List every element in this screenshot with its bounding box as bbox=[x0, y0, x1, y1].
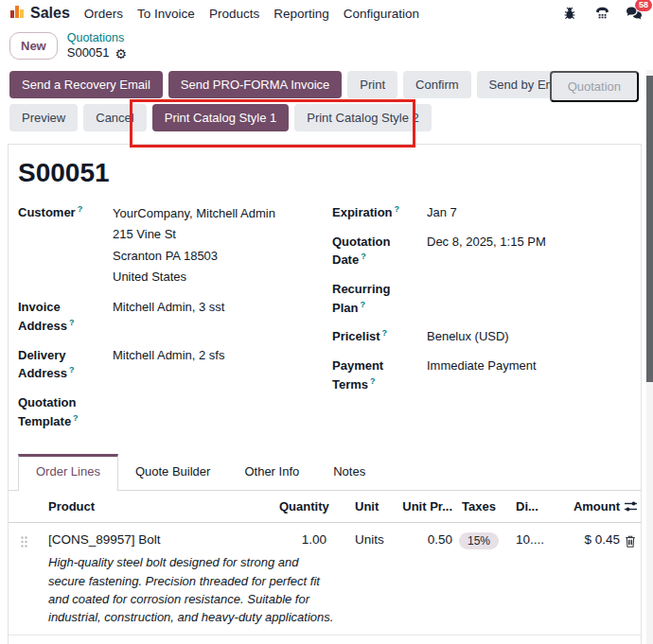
stage-quotation-button[interactable]: Quotation bbox=[550, 71, 639, 102]
field-invoice-address: Invoice Address? Mitchell Admin, 3 sst bbox=[18, 298, 332, 335]
tab-quote-builder[interactable]: Quote Builder bbox=[118, 454, 228, 490]
action-row-1: Send a Recovery Email Send PRO-FORMA Inv… bbox=[9, 71, 644, 98]
field-payment-terms: Payment Terms? Immediate Payment bbox=[332, 357, 631, 393]
new-button[interactable]: New bbox=[9, 32, 58, 60]
field-quotation-template: Quotation Template? bbox=[18, 393, 332, 430]
col-header-quantity: Quantity bbox=[279, 499, 326, 513]
tab-notes[interactable]: Notes bbox=[316, 454, 382, 490]
tab-other-info[interactable]: Other Info bbox=[227, 454, 316, 490]
action-row-2: Preview Cancel Print Catalog Style 1 Pri… bbox=[9, 104, 644, 131]
record-actions-gear-icon[interactable]: ⚙ bbox=[115, 47, 128, 61]
col-header-unit-price: Unit Pr... bbox=[383, 499, 452, 513]
field-recurring-plan: Recurring Plan? bbox=[332, 280, 631, 317]
discount-cell[interactable]: 10.... bbox=[505, 532, 547, 547]
recurring-plan-help-icon: ? bbox=[360, 300, 365, 309]
menu-orders[interactable]: Orders bbox=[84, 7, 123, 21]
quotation-number-title: S00051 bbox=[18, 158, 631, 188]
invoice-address-help-icon: ? bbox=[69, 318, 75, 327]
product-name[interactable]: [CONS_89957] Bolt bbox=[48, 532, 279, 547]
customer-help-icon: ? bbox=[78, 204, 83, 214]
menu-configuration[interactable]: Configuration bbox=[344, 7, 419, 21]
col-header-product: Product bbox=[40, 499, 279, 513]
sales-app-logo-icon bbox=[9, 4, 25, 23]
invoice-address-label: Invoice Address bbox=[18, 300, 67, 333]
breadcrumb-row: New Quotations S00051 ⚙ bbox=[0, 26, 653, 63]
payment-terms-value[interactable]: Immediate Payment bbox=[427, 357, 537, 393]
drag-handle-icon[interactable] bbox=[9, 532, 40, 548]
action-button-area: Send a Recovery Email Send PRO-FORMA Inv… bbox=[0, 63, 653, 143]
notebook-tabs: Order Lines Quote Builder Other Info Not… bbox=[9, 454, 641, 491]
message-count-badge: 58 bbox=[635, 0, 652, 11]
table-row[interactable]: [CONS_25630] Screw This premium quality … bbox=[9, 635, 641, 644]
delivery-address-help-icon: ? bbox=[69, 365, 75, 374]
app-brand[interactable]: Sales bbox=[9, 4, 70, 23]
field-customer: Customer? YourCompany, Mitchell Admin 21… bbox=[18, 203, 332, 287]
topbar-icons: 58 bbox=[560, 4, 644, 23]
quotation-date-value[interactable]: Dec 8, 2025, 1:15 PM bbox=[427, 233, 546, 270]
recurring-plan-label: Recurring Plan bbox=[332, 282, 390, 315]
scrollbar-thumb[interactable] bbox=[646, 76, 653, 382]
unit-cell[interactable]: Units bbox=[326, 532, 383, 547]
customer-label: Customer bbox=[18, 205, 76, 219]
field-column-left: Customer? YourCompany, Mitchell Admin 21… bbox=[18, 203, 332, 441]
print-catalog-style-1-button[interactable]: Print Catalog Style 1 bbox=[152, 104, 290, 131]
messages-chat-icon[interactable]: 58 bbox=[625, 4, 644, 23]
payment-terms-label: Payment Terms bbox=[332, 358, 383, 392]
optional-columns-icon[interactable] bbox=[620, 500, 641, 513]
quotation-date-help-icon: ? bbox=[361, 252, 366, 261]
invoice-address-value[interactable]: Mitchell Admin, 3 sst bbox=[113, 298, 225, 335]
unit-price-cell[interactable]: 0.50 bbox=[383, 532, 452, 547]
payment-terms-help-icon: ? bbox=[370, 376, 376, 386]
send-recovery-email-button[interactable]: Send a Recovery Email bbox=[9, 71, 163, 98]
expiration-label: Expiration bbox=[332, 205, 393, 219]
field-quotation-date: Quotation Date? Dec 8, 2025, 1:15 PM bbox=[332, 233, 631, 270]
order-lines-header: Product Quantity Unit Unit Pr... Taxes D… bbox=[9, 491, 641, 523]
print-button[interactable]: Print bbox=[347, 71, 397, 98]
scrollbar-track[interactable] bbox=[646, 70, 653, 644]
breadcrumb-current: S00051 ⚙ bbox=[67, 45, 127, 61]
print-catalog-style-2-button[interactable]: Print Catalog Style 2 bbox=[294, 104, 432, 131]
delivery-address-value[interactable]: Mitchell Admin, 2 sfs bbox=[113, 346, 225, 383]
menu-to-invoice[interactable]: To Invoice bbox=[137, 7, 195, 21]
pricelist-value[interactable]: Benelux (USD) bbox=[427, 327, 509, 346]
product-description[interactable]: High-quality steel bolt designed for str… bbox=[48, 553, 338, 626]
field-pricelist: Pricelist? Benelux (USD) bbox=[332, 327, 631, 346]
delete-row-trash-icon[interactable] bbox=[620, 532, 641, 548]
quantity-cell[interactable]: 1.00 bbox=[279, 532, 326, 547]
customer-value[interactable]: YourCompany, Mitchell Admin 215 Vine St … bbox=[113, 203, 275, 287]
breadcrumb-current-label: S00051 bbox=[67, 45, 110, 61]
cancel-button[interactable]: Cancel bbox=[83, 104, 146, 131]
table-row[interactable]: [CONS_89957] Bolt High-quality steel bol… bbox=[9, 523, 641, 635]
app-name: Sales bbox=[30, 5, 70, 22]
expiration-value[interactable]: Jan 7 bbox=[427, 203, 457, 222]
field-expiration: Expiration? Jan 7 bbox=[332, 203, 631, 222]
breadcrumb-quotations-link[interactable]: Quotations bbox=[67, 30, 127, 45]
col-header-unit: Unit bbox=[326, 499, 383, 513]
quotation-template-help-icon: ? bbox=[73, 413, 79, 423]
amount-cell: $ 0.45 bbox=[547, 532, 620, 547]
preview-button[interactable]: Preview bbox=[9, 104, 78, 131]
order-lines-table: Product Quantity Unit Unit Pr... Taxes D… bbox=[9, 491, 641, 644]
send-proforma-invoice-button[interactable]: Send PRO-FORMA Invoice bbox=[168, 71, 343, 98]
field-delivery-address: Delivery Address? Mitchell Admin, 2 sfs bbox=[18, 346, 332, 383]
breadcrumb: Quotations S00051 ⚙ bbox=[67, 30, 127, 61]
col-header-taxes: Taxes bbox=[452, 499, 505, 513]
tax-badge[interactable]: 15% bbox=[459, 532, 499, 549]
pricelist-label: Pricelist bbox=[332, 330, 380, 344]
phone-dialer-icon[interactable] bbox=[592, 4, 611, 23]
field-grid: Customer? YourCompany, Mitchell Admin 21… bbox=[18, 203, 631, 441]
quotation-template-label: Quotation Template bbox=[18, 395, 76, 428]
delivery-address-label: Delivery Address bbox=[18, 348, 67, 381]
pricelist-help-icon: ? bbox=[382, 328, 388, 338]
top-navbar: Sales Orders To Invoice Products Reporti… bbox=[0, 0, 653, 26]
expiration-help-icon: ? bbox=[395, 204, 400, 214]
menu-reporting[interactable]: Reporting bbox=[274, 7, 329, 21]
quotation-form-sheet: S00051 Customer? YourCompany, Mitchell A… bbox=[8, 144, 642, 644]
field-column-right: Expiration? Jan 7 Quotation Date? Dec 8,… bbox=[332, 203, 631, 441]
col-header-amount: Amount bbox=[547, 499, 620, 513]
debug-bug-icon[interactable] bbox=[560, 4, 579, 23]
confirm-button[interactable]: Confirm bbox=[403, 71, 471, 98]
menu-products[interactable]: Products bbox=[209, 7, 259, 21]
col-header-discount: Di... bbox=[505, 499, 547, 513]
tab-order-lines[interactable]: Order Lines bbox=[18, 454, 118, 491]
